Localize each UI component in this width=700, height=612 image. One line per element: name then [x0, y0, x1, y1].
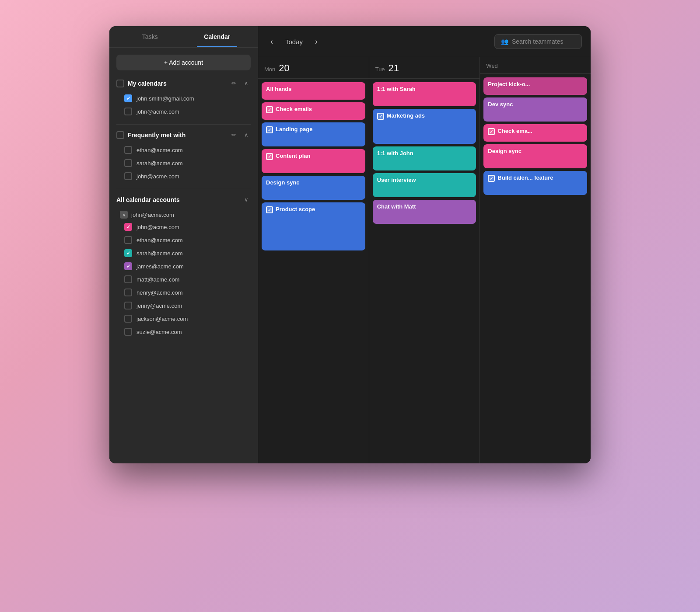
event-content-plan[interactable]: ✓ Content plan	[262, 149, 365, 173]
list-item[interactable]: jenny@acme.com	[121, 299, 251, 312]
next-button[interactable]: ›	[312, 35, 321, 48]
list-item[interactable]: ✓ john.smith@gmail.com	[121, 92, 251, 105]
event-dev-sync[interactable]: Dev sync	[483, 97, 587, 122]
freq-email: john@acme.com	[136, 173, 179, 180]
event-check-emails-mon[interactable]: ✓ Check emails	[262, 102, 365, 120]
account-group-toggle[interactable]: ∨ john@acme.com	[116, 209, 251, 220]
list-item[interactable]: henry@acme.com	[121, 286, 251, 299]
event-checkbox[interactable]: ✓	[266, 126, 273, 133]
event-design-sync-wed[interactable]: Design sync	[483, 144, 587, 168]
prev-button[interactable]: ‹	[267, 35, 276, 48]
list-item[interactable]: suzie@acme.com	[121, 325, 251, 338]
list-item[interactable]: jackson@acme.com	[121, 312, 251, 325]
account-email: james@acme.com	[136, 263, 184, 270]
list-item[interactable]: matt@acme.com	[121, 273, 251, 286]
my-calendars-title: My calendars	[128, 80, 226, 87]
event-title: Content plan	[276, 153, 310, 159]
account-email: suzie@acme.com	[136, 329, 182, 335]
divider	[116, 189, 251, 189]
account-checkbox[interactable]	[124, 275, 132, 283]
event-product-scope[interactable]: ✓ Product scope	[262, 202, 365, 250]
account-checkbox[interactable]: ✓	[124, 223, 132, 231]
event-1on1-john[interactable]: 1:1 with John	[373, 146, 476, 170]
freq-checkbox[interactable]	[124, 159, 132, 167]
event-title: Design sync	[266, 179, 300, 186]
today-button[interactable]: Today	[282, 36, 306, 47]
account-checkbox[interactable]: ✓	[124, 262, 132, 270]
event-title: Landing page	[276, 126, 313, 132]
calendar-grid: Mon 20 All hands ✓ Check emails ✓ Landin…	[258, 57, 591, 463]
event-project-kickoff[interactable]: Project kick-o...	[483, 77, 587, 95]
frequently-met-collapse-button[interactable]: ∧	[242, 131, 251, 139]
calendar-checkbox[interactable]: ✓	[124, 94, 132, 102]
list-item[interactable]: ethan@acme.com	[121, 143, 251, 156]
account-checkbox[interactable]: ✓	[124, 249, 132, 257]
all-accounts-collapse-button[interactable]: ∨	[242, 195, 251, 204]
frequently-met-edit-button[interactable]: ✏	[229, 131, 238, 139]
account-email: sarah@acme.com	[136, 250, 183, 257]
calendar-header: ‹ Today › 👥 Search teammates	[258, 26, 591, 57]
account-email: john@acme.com	[136, 224, 179, 230]
event-design-sync-mon[interactable]: Design sync	[262, 176, 365, 200]
event-checkbox[interactable]: ✓	[488, 128, 495, 135]
my-calendars-collapse-button[interactable]: ∧	[242, 79, 251, 87]
event-landing-page[interactable]: ✓ Landing page	[262, 122, 365, 146]
day-header-mon: Mon 20	[258, 57, 369, 79]
event-marketing-ads[interactable]: ✓ Marketing ads	[373, 109, 476, 144]
freq-checkbox[interactable]	[124, 172, 132, 180]
frequently-met-title: Frequently met with	[128, 132, 226, 139]
event-build-calendar[interactable]: ✓ Build calen... feature	[483, 171, 587, 195]
event-user-interview[interactable]: User interview	[373, 173, 476, 197]
day-column-wed: Wed Project kick-o... Dev sync ✓ Check e…	[480, 57, 591, 463]
day-number-mon: 20	[279, 63, 289, 74]
event-check-emails-wed[interactable]: ✓ Check ema...	[483, 124, 587, 142]
event-checkbox[interactable]: ✓	[266, 206, 273, 213]
event-all-hands[interactable]: All hands	[262, 82, 365, 100]
tue-events: 1:1 with Sarah ✓ Marketing ads 1:1 with …	[369, 79, 480, 463]
event-checkbox[interactable]: ✓	[266, 153, 273, 160]
search-teammates[interactable]: 👥 Search teammates	[494, 34, 582, 49]
list-item[interactable]: ✓ james@acme.com	[121, 260, 251, 273]
freq-email: sarah@acme.com	[136, 160, 183, 167]
tab-calendar[interactable]: Calendar	[184, 26, 251, 47]
frequently-met-section-header: Frequently met with ✏ ∧	[116, 131, 251, 139]
event-title: Build calen... feature	[497, 174, 553, 181]
list-item[interactable]: ✓ sarah@acme.com	[121, 247, 251, 260]
event-checkbox[interactable]: ✓	[488, 175, 495, 182]
add-account-button[interactable]: + Add account	[116, 55, 251, 70]
list-item[interactable]: ethan@acme.com	[121, 233, 251, 247]
calendar-checkbox[interactable]	[124, 108, 132, 115]
account-checkbox[interactable]	[124, 289, 132, 296]
my-calendars-list: ✓ john.smith@gmail.com john@acme.com	[116, 92, 251, 118]
event-title: 1:1 with John	[377, 150, 413, 156]
account-checkbox[interactable]	[124, 302, 132, 309]
my-calendars-checkbox[interactable]	[116, 80, 124, 87]
event-1on1-sarah[interactable]: 1:1 with Sarah	[373, 82, 476, 106]
event-title: Check ema...	[497, 128, 532, 134]
list-item[interactable]: john@acme.com	[121, 105, 251, 118]
freq-checkbox[interactable]	[124, 146, 132, 154]
event-title: Product scope	[276, 206, 315, 212]
my-calendars-edit-button[interactable]: ✏	[229, 79, 238, 87]
list-item[interactable]: john@acme.com	[121, 170, 251, 183]
tab-tasks[interactable]: Tasks	[116, 26, 184, 47]
sidebar: Tasks Calendar + Add account My calendar…	[109, 26, 258, 463]
account-email: matt@acme.com	[136, 276, 179, 283]
account-checkbox[interactable]	[124, 236, 132, 244]
event-title: User interview	[377, 177, 416, 183]
list-item[interactable]: ✓ john@acme.com	[121, 220, 251, 233]
account-email: henry@acme.com	[136, 289, 183, 296]
freq-email: ethan@acme.com	[136, 147, 183, 153]
sidebar-content: + Add account My calendars ✏ ∧ ✓ john.sm…	[109, 48, 258, 463]
event-checkbox[interactable]: ✓	[266, 106, 273, 113]
account-group-list: ✓ john@acme.com ethan@acme.com ✓ sarah@a…	[116, 220, 251, 338]
account-group: ∨ john@acme.com ✓ john@acme.com ethan@ac…	[116, 209, 251, 338]
frequently-met-checkbox[interactable]	[116, 131, 124, 139]
day-header-wed: Wed	[480, 57, 591, 74]
event-chat-matt[interactable]: Chat with Matt	[373, 200, 476, 224]
account-checkbox[interactable]	[124, 315, 132, 323]
event-checkbox[interactable]: ✓	[377, 113, 384, 120]
account-group-name: john@acme.com	[131, 212, 174, 218]
account-checkbox[interactable]	[124, 328, 132, 336]
list-item[interactable]: sarah@acme.com	[121, 156, 251, 170]
